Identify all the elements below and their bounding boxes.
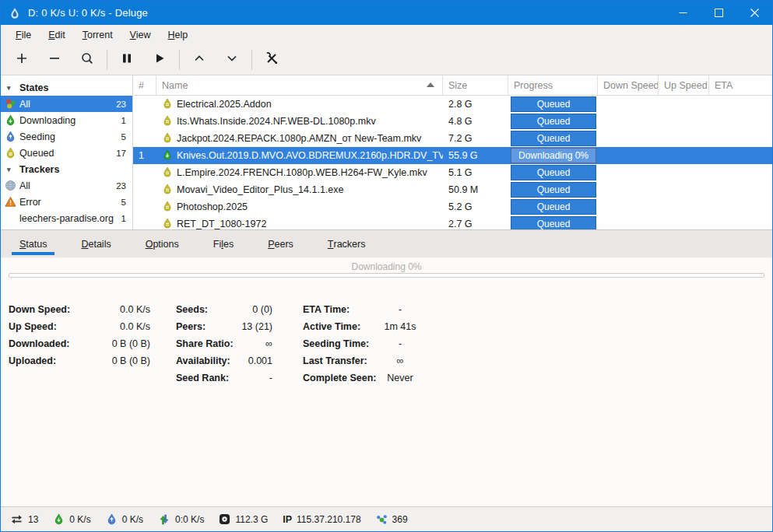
torrent-name: Knives.Out.2019.D.MVO.AVO.BDREMUX.2160p.… (177, 150, 443, 161)
menu-file[interactable]: File (7, 26, 40, 44)
column-header-eta[interactable]: ETA (709, 75, 772, 95)
preferences-button[interactable] (255, 47, 288, 72)
sidebar-item-tracker-host[interactable]: leechers-paradise.org 1 (1, 210, 132, 226)
stat-row: Downloaded:0 B (0 B) (9, 335, 150, 352)
torrent-progress-bar: Queued (511, 182, 596, 198)
torrent-progress-cell: Queued (508, 215, 598, 229)
sidebar-item-all-states[interactable]: All 23 (1, 96, 132, 112)
torrent-row[interactable]: Its.Whats.Inside.2024.NF.WEB-DL.1080p.mk… (133, 113, 772, 130)
menu-edit[interactable]: Edit (40, 26, 74, 44)
torrent-progress-text: Downloading 0% (1, 257, 772, 272)
connections-indicator[interactable]: 13 (10, 514, 38, 525)
sidebar-item-seeding[interactable]: Seeding 5 (1, 128, 132, 145)
tab-status[interactable]: Status (12, 230, 54, 257)
tab-options[interactable]: Options (138, 230, 187, 257)
download-speed-indicator[interactable]: 0 K/s (53, 513, 90, 525)
add-torrent-icon (15, 51, 29, 68)
torrent-progress-cell: Queued (508, 181, 598, 198)
globe-icon (4, 180, 17, 191)
stat-value: - (382, 304, 418, 315)
sidebar-item-error-trackers[interactable]: Error 5 (1, 194, 132, 210)
column-header-name[interactable]: Name (156, 75, 443, 95)
downloading-drop-icon (4, 114, 17, 126)
torrent-progress-cell: Downloading 0% (508, 147, 598, 164)
sidebar-item-queued[interactable]: Queued 17 (1, 145, 132, 161)
torrent-row[interactable]: Movavi_Video_Editor_Plus_14.1.1.exe50.9 … (133, 181, 772, 198)
stat-row: Complete Seen:Never (303, 369, 418, 387)
torrent-row[interactable]: L.Empire.2024.FRENCH.1080p.WEB.H264-FW_K… (133, 164, 772, 181)
menu-help[interactable]: Help (160, 26, 197, 44)
count-badge: 1 (121, 116, 126, 125)
stat-label: Peers: (176, 321, 237, 332)
column-header-up-speed[interactable]: Up Speed (659, 75, 709, 95)
external-ip-indicator[interactable]: IP 115.37.210.178 (283, 514, 360, 525)
protocol-traffic-indicator[interactable]: 0:0 K/s (158, 513, 204, 526)
torrent-size: 2.8 G (443, 99, 508, 110)
stat-row: Uploaded:0 B (0 B) (9, 352, 150, 369)
menu-torrent[interactable]: Torrent (74, 26, 121, 44)
torrent-row[interactable]: 1Knives.Out.2019.D.MVO.AVO.BDREMUX.2160p… (133, 147, 772, 164)
maximize-button[interactable] (701, 1, 736, 25)
seeding-drop-icon (4, 131, 17, 142)
tab-peers[interactable]: Peers (260, 230, 301, 257)
connections-swap-icon (10, 514, 23, 525)
stat-label: Seeds: (176, 304, 237, 315)
stat-value: 0 B (0 B) (83, 355, 150, 366)
dht-nodes-indicator[interactable]: 369 (376, 513, 408, 525)
remove-torrent-button[interactable] (38, 47, 71, 72)
column-header-down-speed[interactable]: Down Speed (598, 75, 659, 95)
free-disk-space-indicator[interactable]: 112.3 G (219, 513, 268, 525)
torrent-progress-cell: Queued (508, 96, 598, 113)
torrent-size: 2.7 G (443, 219, 508, 229)
torrent-name-cell: Its.Whats.Inside.2024.NF.WEB-DL.1080p.mk… (156, 115, 443, 128)
close-button[interactable] (736, 1, 772, 25)
downloading-drop-icon (162, 149, 173, 163)
column-header-number[interactable]: # (133, 75, 156, 95)
torrent-row[interactable]: Jackpot.2024.REPACK.1080p.AMZN_от New-Te… (133, 130, 772, 147)
torrent-rows: Electrical.2025.Addon2.8 GQueuedIts.What… (133, 96, 772, 229)
states-section-header[interactable]: ▾ States (1, 79, 132, 96)
sidebar-item-all-trackers[interactable]: All 23 (1, 177, 132, 194)
stat-label: Seed Rank: (176, 373, 237, 383)
torrent-progress-bar (9, 273, 764, 278)
torrent-row[interactable]: Photoshop.20255.2 GQueued (133, 198, 772, 215)
stat-label: ETA Time: (303, 304, 382, 315)
torrent-progress-bar: Queued (511, 199, 596, 215)
count-badge: 5 (121, 132, 126, 142)
statusbar: 13 0 K/s 0 K/s 0:0 K/s 112.3 G (1, 506, 772, 531)
minimize-button[interactable] (665, 1, 701, 25)
torrent-name: Photoshop.2025 (177, 201, 248, 212)
stat-value: - (382, 338, 418, 349)
count-badge: 5 (121, 198, 126, 207)
torrent-progress-cell: Queued (508, 113, 598, 130)
queue-up-button[interactable] (183, 47, 216, 72)
preferences-tools-icon (265, 51, 279, 68)
stat-label: Down Speed: (9, 304, 83, 315)
upload-speed-indicator[interactable]: 0 K/s (106, 513, 143, 525)
disk-icon (219, 513, 230, 525)
torrent-progress-bar: Queued (511, 216, 596, 229)
add-torrent-button[interactable] (5, 47, 38, 72)
torrent-progress-cell: Queued (508, 164, 598, 181)
column-header-progress[interactable]: Progress (508, 75, 598, 95)
trackers-section-header[interactable]: ▾ Trackers (1, 161, 132, 177)
tab-details[interactable]: Details (73, 230, 118, 257)
queued-drop-icon (162, 98, 173, 111)
pause-torrent-button[interactable] (111, 47, 143, 72)
torrent-name-cell: Electrical.2025.Addon (156, 98, 443, 111)
resume-torrent-button[interactable] (143, 47, 176, 72)
column-header-size[interactable]: Size (443, 75, 508, 95)
menu-view[interactable]: View (121, 26, 160, 44)
stat-row: Seed Rank:- (176, 369, 272, 387)
stat-row: Active Time:1m 41s (303, 318, 418, 335)
tab-trackers[interactable]: Trackers (320, 230, 374, 257)
filter-search-button[interactable] (71, 47, 104, 72)
stat-row: Seeds:0 (0) (176, 301, 272, 318)
tab-files[interactable]: Files (206, 230, 241, 257)
sidebar-item-downloading[interactable]: Downloading 1 (1, 112, 132, 128)
torrent-row[interactable]: RET_DT_1080-19722.7 GQueued (133, 215, 772, 229)
queue-down-button[interactable] (216, 47, 248, 72)
stat-value: 0 (0) (237, 304, 272, 315)
all-states-pinwheel-icon (4, 98, 17, 110)
torrent-row[interactable]: Electrical.2025.Addon2.8 GQueued (133, 96, 772, 113)
